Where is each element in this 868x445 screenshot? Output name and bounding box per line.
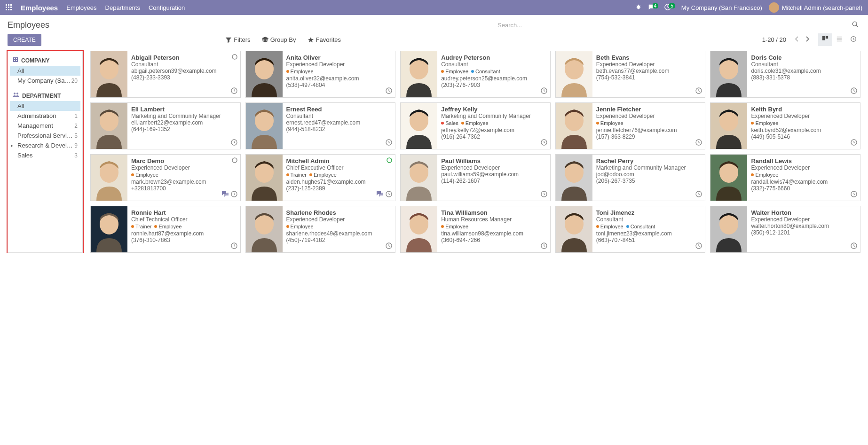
employee-card-body: Toni JimenezConsultantEmployeeConsultant…: [592, 206, 705, 252]
employee-name: Mitchell Admin: [286, 157, 392, 164]
employee-card[interactable]: Randall LewisExperienced DeveloperEmploy…: [710, 154, 860, 201]
activity-clock-icon[interactable]: [231, 191, 237, 199]
employee-card[interactable]: Rachel PerryMarketing and Community Mana…: [555, 154, 706, 201]
employee-card[interactable]: Ronnie HartChief Technical OfficerTraine…: [90, 206, 241, 253]
employee-card[interactable]: Jeffrey KellyMarketing and Community Man…: [400, 102, 551, 149]
groupby-menu[interactable]: Group By: [262, 36, 296, 43]
chat-icon[interactable]: [376, 191, 384, 199]
messages-icon[interactable]: 4: [648, 4, 658, 12]
sidebar-item-department[interactable]: Sales3: [10, 150, 80, 160]
activity-clock-icon[interactable]: [541, 139, 547, 147]
employee-phone: (450)-719-4182: [286, 237, 392, 243]
pager-prev-button[interactable]: [792, 34, 802, 45]
employee-email: mark.brown23@example.com: [131, 179, 237, 185]
card-footer: [695, 242, 702, 250]
nav-departments[interactable]: Departments: [105, 4, 140, 11]
employee-tags: Employee: [751, 172, 856, 178]
kanban-view-button[interactable]: [818, 33, 832, 46]
employee-email: eli.lambert22@example.com: [131, 119, 237, 126]
employee-phone: (663)-707-8451: [596, 237, 702, 243]
employee-card-body: Sharlene RhodesExperienced DeveloperEmpl…: [283, 206, 395, 252]
apps-icon[interactable]: [6, 4, 12, 11]
employee-card[interactable]: Toni JimenezConsultantEmployeeConsultant…: [555, 206, 706, 253]
activity-clock-icon[interactable]: [541, 242, 547, 250]
employee-card[interactable]: Anita OliverExperienced DeveloperEmploye…: [245, 51, 396, 98]
employee-email: sharlene.rhodes49@example.com: [286, 230, 392, 237]
employee-card[interactable]: Abigail PetersonConsultantabigail.peters…: [90, 51, 241, 98]
nav-configuration[interactable]: Configuration: [149, 4, 185, 11]
activity-clock-icon[interactable]: [386, 139, 392, 147]
filters-menu[interactable]: Filters: [225, 36, 250, 43]
sidebar-item-department[interactable]: Professional Services5: [10, 131, 80, 141]
top-navbar: Employees Employees Departments Configur…: [0, 0, 868, 15]
user-name: Mitchell Admin (search-panel): [782, 4, 862, 11]
employee-name: Toni Jimenez: [596, 209, 702, 216]
activity-clock-icon[interactable]: [851, 87, 857, 95]
sidebar-item-department[interactable]: Administration1: [10, 111, 80, 121]
sidebar-section-department: DEPARTMENT AllAdministration1Management2…: [10, 90, 80, 160]
employee-tags: Employee: [751, 120, 856, 126]
employee-card[interactable]: Jennie FletcherExperienced DeveloperEmpl…: [555, 102, 706, 149]
pager-next-button[interactable]: [802, 34, 813, 45]
tag-dot-icon: [154, 225, 157, 228]
chat-icon[interactable]: [221, 191, 229, 199]
sidebar-item-department[interactable]: All: [10, 101, 80, 111]
employee-card-body: Randall LewisExperienced DeveloperEmploy…: [747, 155, 860, 201]
employee-card-body: Keith ByrdExperienced DeveloperEmployeek…: [747, 103, 860, 149]
activity-clock-icon[interactable]: [386, 191, 392, 199]
employee-name: Anita Oliver: [286, 54, 392, 61]
nav-employees[interactable]: Employees: [66, 4, 96, 11]
groupby-label: Group By: [270, 36, 296, 43]
employee-name: Jennie Fletcher: [596, 106, 702, 113]
favorites-menu[interactable]: Favorites: [308, 36, 341, 43]
tag-dot-icon: [596, 225, 599, 228]
activity-clock-icon[interactable]: [695, 87, 702, 95]
search-input[interactable]: [497, 19, 850, 31]
activity-clock-icon[interactable]: [541, 191, 547, 199]
pager-text[interactable]: 1-20 / 20: [762, 36, 786, 43]
activity-clock-icon[interactable]: [851, 242, 857, 250]
employee-card[interactable]: Sharlene RhodesExperienced DeveloperEmpl…: [245, 206, 396, 253]
employee-phone: (360)-694-7266: [441, 237, 546, 243]
employee-card-body: Ronnie HartChief Technical OfficerTraine…: [127, 206, 240, 252]
activity-clock-icon[interactable]: [695, 191, 702, 199]
employee-card[interactable]: Doris ColeConsultantdoris.cole31@example…: [710, 51, 860, 98]
employee-card[interactable]: Walter HortonExperienced Developerwalter…: [710, 206, 860, 253]
employee-card[interactable]: Marc DemoExperienced DeveloperEmployeema…: [90, 154, 241, 201]
activity-clock-icon[interactable]: [231, 139, 237, 147]
company-switcher[interactable]: My Company (San Francisco): [681, 4, 762, 11]
activity-clock-icon[interactable]: [231, 242, 237, 250]
user-menu[interactable]: Mitchell Admin (search-panel): [769, 2, 862, 13]
activity-clock-icon[interactable]: [541, 87, 547, 95]
employee-card[interactable]: Paul WilliamsExperienced Developerpaul.w…: [400, 154, 551, 201]
svg-rect-16: [16, 58, 17, 59]
activity-clock-icon[interactable]: [386, 242, 392, 250]
search-icon[interactable]: [850, 19, 860, 31]
employee-card[interactable]: Tina WilliamsonHuman Resources ManagerEm…: [400, 206, 551, 253]
sidebar-item-company[interactable]: My Company (San …20: [10, 76, 80, 86]
sidebar-department-label: DEPARTMENT: [22, 93, 61, 99]
activity-clock-icon[interactable]: [386, 87, 392, 95]
app-brand[interactable]: Employees: [21, 4, 58, 12]
activities-icon[interactable]: 5: [664, 4, 675, 12]
list-view-button[interactable]: [832, 33, 846, 46]
employee-card[interactable]: Keith ByrdExperienced DeveloperEmployeek…: [710, 102, 860, 149]
employee-card[interactable]: Audrey PetersonConsultantEmployeeConsult…: [400, 51, 551, 98]
create-button[interactable]: CREATE: [8, 34, 41, 46]
sidebar-item-department[interactable]: Management2: [10, 121, 80, 131]
employee-card[interactable]: Eli LambertMarketing and Community Manag…: [90, 102, 241, 149]
employee-card[interactable]: Mitchell AdminChief Executive OfficerTra…: [245, 154, 396, 201]
activity-clock-icon[interactable]: [695, 139, 702, 147]
sidebar-item-department[interactable]: ▸Research & Develop…9: [10, 141, 80, 150]
activity-clock-icon[interactable]: [851, 139, 857, 147]
activity-clock-icon[interactable]: [851, 191, 857, 199]
debug-icon[interactable]: [635, 4, 641, 12]
caret-right-icon[interactable]: ▸: [11, 143, 13, 148]
employee-job-title: Experienced Developer: [441, 164, 546, 171]
employee-card[interactable]: Ernest ReedConsultanternest.reed47@examp…: [245, 102, 396, 149]
activity-view-button[interactable]: [846, 33, 860, 46]
employee-card[interactable]: Beth EvansExperienced Developerbeth.evan…: [555, 51, 706, 98]
activity-clock-icon[interactable]: [231, 87, 237, 95]
activity-clock-icon[interactable]: [695, 242, 702, 250]
sidebar-item-company[interactable]: All: [10, 66, 80, 76]
